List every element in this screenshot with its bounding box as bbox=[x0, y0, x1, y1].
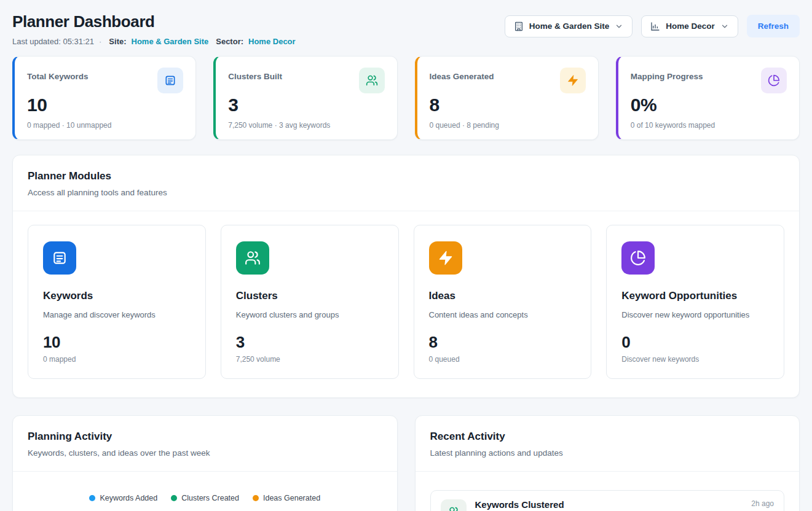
site-label: Site: bbox=[109, 37, 126, 46]
bar-chart-icon bbox=[650, 21, 660, 31]
panel-title: Recent Activity bbox=[430, 431, 785, 443]
users-icon bbox=[359, 68, 385, 93]
page-header: Planner Dashboard Last updated: 05:31:21… bbox=[12, 12, 800, 46]
panel-subtitle: Latest planning actions and updates bbox=[430, 448, 785, 458]
document-icon bbox=[157, 68, 183, 93]
stat-card-ideas-generated: Ideas Generated 8 0 queued · 8 pending bbox=[415, 56, 599, 140]
stat-card-total-keywords: Total Keywords 10 0 mapped · 10 unmapped bbox=[12, 56, 196, 140]
planning-activity-header: Planning Activity Keywords, clusters, an… bbox=[13, 416, 397, 472]
panel-subtitle: Access all planning tools and features bbox=[28, 188, 784, 197]
chevron-down-icon bbox=[615, 22, 623, 31]
planner-dashboard-page: Planner Dashboard Last updated: 05:31:21… bbox=[0, 0, 812, 511]
recent-activity-body: Keywords Clustered 2h ago 3 new clusters… bbox=[416, 472, 800, 511]
stat-value: 10 bbox=[27, 95, 183, 115]
planning-activity-panel: Planning Activity Keywords, clusters, an… bbox=[12, 415, 398, 511]
stat-card-mapping-progress: Mapping Progress 0% 0 of 10 keywords map… bbox=[616, 56, 800, 140]
legend-item-keywords-added: Keywords Added bbox=[89, 494, 157, 502]
module-title: Keyword Opportunities bbox=[621, 290, 769, 302]
stat-card-clusters-built: Clusters Built 3 7,250 volume · 3 avg ke… bbox=[213, 56, 397, 140]
module-description: Manage and discover keywords bbox=[43, 310, 191, 319]
last-updated-text: Last updated: 05:31:21 bbox=[12, 37, 94, 46]
module-value: 3 bbox=[236, 333, 384, 352]
stat-label: Clusters Built bbox=[228, 68, 282, 81]
modules-grid: Keywords Manage and discover keywords 10… bbox=[13, 211, 799, 397]
module-card-clusters[interactable]: Clusters Keyword clusters and groups 3 7… bbox=[221, 225, 399, 379]
header-controls: Home & Garden Site Home Decor Refresh bbox=[505, 12, 800, 37]
sector-selector-label: Home Decor bbox=[666, 21, 715, 31]
activity-item-title: Keywords Clustered bbox=[475, 499, 564, 510]
separator-dot: · bbox=[99, 37, 101, 46]
page-title: Planner Dashboard bbox=[12, 12, 296, 31]
sector-link[interactable]: Home Decor bbox=[248, 37, 296, 46]
legend-item-ideas-generated: Ideas Generated bbox=[253, 494, 320, 502]
module-card-ideas[interactable]: Ideas Content ideas and concepts 8 0 que… bbox=[414, 225, 592, 379]
module-sub: Discover new keywords bbox=[621, 355, 769, 364]
stat-value: 0% bbox=[631, 95, 787, 115]
recent-activity-header: Recent Activity Latest planning actions … bbox=[416, 416, 800, 472]
activity-item-main: Keywords Clustered 2h ago 3 new clusters… bbox=[475, 499, 775, 511]
panel-subtitle: Keywords, clusters, and ideas over the p… bbox=[28, 448, 382, 458]
sector-selector-dropdown[interactable]: Home Decor bbox=[641, 15, 738, 37]
lightning-icon bbox=[429, 241, 462, 275]
panel-title: Planning Activity bbox=[28, 431, 382, 443]
stat-label: Mapping Progress bbox=[631, 68, 703, 81]
panel-title: Planner Modules bbox=[28, 170, 784, 182]
planner-modules-panel: Planner Modules Access all planning tool… bbox=[12, 155, 800, 398]
users-icon bbox=[236, 241, 269, 275]
header-left: Planner Dashboard Last updated: 05:31:21… bbox=[12, 12, 296, 46]
module-description: Content ideas and concepts bbox=[429, 310, 577, 319]
lightning-icon bbox=[560, 68, 586, 93]
sector-label: Sector: bbox=[216, 37, 243, 46]
module-sub: 0 mapped bbox=[43, 355, 191, 364]
chart-legend: Keywords Added Clusters Created Ideas Ge… bbox=[28, 494, 382, 502]
stats-row: Total Keywords 10 0 mapped · 10 unmapped… bbox=[12, 56, 800, 140]
module-card-keyword-opportunities[interactable]: Keyword Opportunities Discover new keywo… bbox=[606, 225, 784, 379]
module-title: Ideas bbox=[429, 290, 577, 302]
planner-modules-header: Planner Modules Access all planning tool… bbox=[13, 155, 799, 211]
module-value: 8 bbox=[429, 333, 577, 352]
module-sub: 0 queued bbox=[429, 355, 577, 364]
stat-value: 3 bbox=[228, 95, 384, 115]
users-icon bbox=[441, 499, 467, 511]
recent-activity-panel: Recent Activity Latest planning actions … bbox=[415, 415, 800, 511]
module-description: Keyword clusters and groups bbox=[236, 310, 384, 319]
bottom-row: Planning Activity Keywords, clusters, an… bbox=[12, 415, 800, 511]
legend-dot-blue bbox=[89, 495, 95, 501]
module-card-keywords[interactable]: Keywords Manage and discover keywords 10… bbox=[28, 225, 206, 379]
module-title: Keywords bbox=[43, 290, 191, 302]
module-value: 0 bbox=[621, 333, 769, 352]
building-icon bbox=[514, 21, 524, 31]
pie-chart-icon bbox=[761, 68, 787, 93]
planning-activity-body: Keywords Added Clusters Created Ideas Ge… bbox=[13, 472, 397, 511]
stat-sub: 0 of 10 keywords mapped bbox=[631, 121, 787, 130]
module-description: Discover new keyword opportunities bbox=[621, 310, 769, 319]
site-selector-label: Home & Garden Site bbox=[529, 21, 610, 31]
activity-item-keywords-clustered[interactable]: Keywords Clustered 2h ago 3 new clusters… bbox=[430, 490, 785, 511]
module-sub: 7,250 volume bbox=[236, 355, 384, 364]
stat-sub: 0 queued · 8 pending bbox=[430, 121, 586, 130]
header-subtitle: Last updated: 05:31:21 · Site: Home & Ga… bbox=[12, 37, 296, 46]
refresh-button[interactable]: Refresh bbox=[747, 15, 800, 37]
activity-item-time: 2h ago bbox=[751, 499, 774, 508]
module-title: Clusters bbox=[236, 290, 384, 302]
legend-label: Clusters Created bbox=[181, 494, 239, 502]
stat-sub: 7,250 volume · 3 avg keywords bbox=[228, 121, 384, 130]
legend-label: Keywords Added bbox=[100, 494, 157, 502]
site-link[interactable]: Home & Garden Site bbox=[132, 37, 209, 46]
stat-value: 8 bbox=[430, 95, 586, 115]
stat-sub: 0 mapped · 10 unmapped bbox=[27, 121, 183, 130]
legend-label: Ideas Generated bbox=[263, 494, 320, 502]
document-icon bbox=[43, 241, 76, 275]
chevron-down-icon bbox=[720, 22, 729, 31]
legend-dot-orange bbox=[253, 495, 259, 501]
module-value: 10 bbox=[43, 333, 191, 352]
legend-item-clusters-created: Clusters Created bbox=[171, 494, 239, 502]
stat-label: Ideas Generated bbox=[430, 68, 494, 81]
site-selector-dropdown[interactable]: Home & Garden Site bbox=[505, 15, 633, 37]
legend-dot-green bbox=[171, 495, 177, 501]
pie-chart-icon bbox=[621, 241, 655, 275]
stat-label: Total Keywords bbox=[27, 68, 89, 81]
